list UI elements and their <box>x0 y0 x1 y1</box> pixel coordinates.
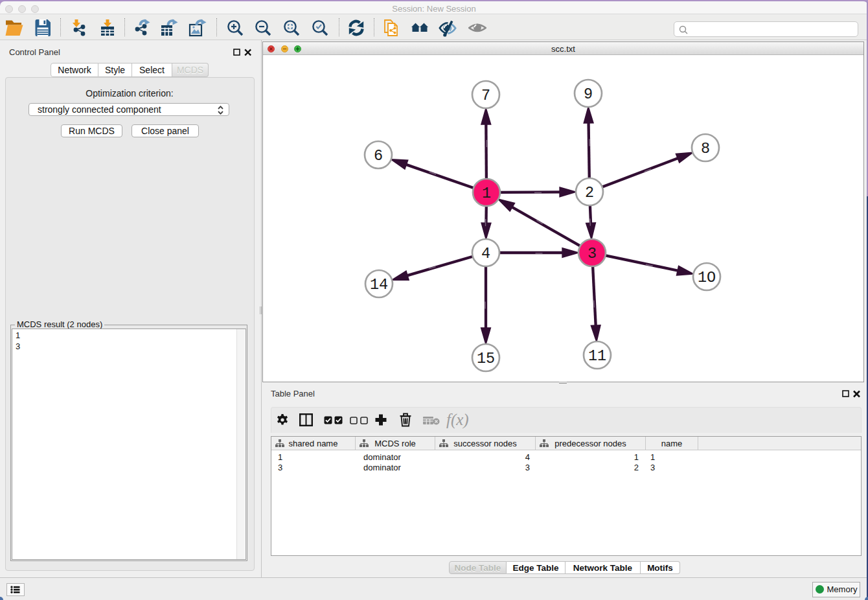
svg-text:2: 2 <box>585 184 594 202</box>
svg-text:9: 9 <box>584 86 593 103</box>
svg-text:11: 11 <box>588 347 606 365</box>
svg-text:1: 1 <box>482 185 491 202</box>
svg-text:15: 15 <box>477 350 495 367</box>
svg-text:14: 14 <box>370 276 388 294</box>
svg-text:7: 7 <box>481 87 490 104</box>
svg-text:1O: 1O <box>698 269 716 286</box>
svg-text:8: 8 <box>701 140 710 157</box>
svg-text:4: 4 <box>481 245 490 262</box>
svg-text:6: 6 <box>374 147 383 165</box>
svg-text:3: 3 <box>588 245 597 262</box>
